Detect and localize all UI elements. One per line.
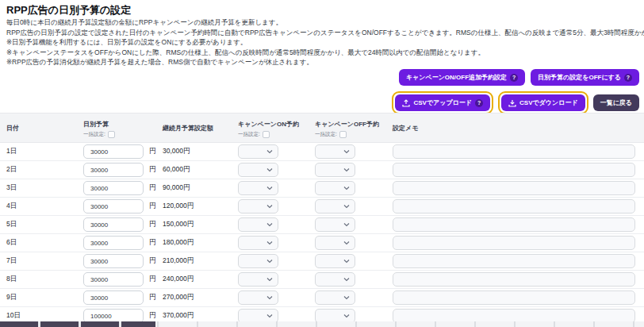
monthly-budget-amount: 180,000円 xyxy=(156,238,234,248)
csv-download-highlight: CSVでダウンロード xyxy=(498,91,588,114)
campaign-on-select[interactable] xyxy=(238,144,278,159)
campaign-off-select[interactable] xyxy=(315,144,355,159)
campaign-on-select[interactable] xyxy=(238,181,278,195)
memo-input[interactable] xyxy=(393,236,635,250)
header-campaign-on: キャンペーンON予約 一括設定: xyxy=(234,113,311,142)
memo-input[interactable] xyxy=(393,181,635,195)
campaign-on-select[interactable] xyxy=(238,254,278,268)
daily-budget-input[interactable] xyxy=(83,163,144,177)
table-row: 9日円270,000円 xyxy=(0,289,644,307)
chevron-down-icon xyxy=(266,294,273,302)
yen-suffix: 円 xyxy=(149,202,156,211)
date-label: 10日 xyxy=(0,311,79,321)
campaign-on-select[interactable] xyxy=(238,217,278,232)
campaign-off-select[interactable] xyxy=(315,272,355,287)
campaign-on-select[interactable] xyxy=(238,309,278,321)
monthly-budget-amount: 370,000円 xyxy=(156,311,234,321)
daily-budget-input[interactable] xyxy=(83,236,144,250)
csv-upload-button[interactable]: CSVでアップロード ? xyxy=(395,94,490,111)
date-label: 1日 xyxy=(0,147,79,156)
date-label: 2日 xyxy=(0,165,79,175)
memo-input[interactable] xyxy=(393,144,635,159)
campaign-off-select[interactable] xyxy=(315,236,355,250)
daily-budget-input[interactable] xyxy=(83,254,144,268)
date-label: 4日 xyxy=(0,202,79,211)
header-campaign-off: キャンペーンOFF予約 一括設定: xyxy=(311,113,387,142)
yen-suffix: 円 xyxy=(149,275,156,284)
chevron-down-icon xyxy=(266,221,273,229)
memo-input[interactable] xyxy=(393,309,635,321)
chevron-down-icon xyxy=(266,312,273,320)
csv-download-button[interactable]: CSVでダウンロード xyxy=(501,94,585,111)
chevron-down-icon xyxy=(266,184,273,192)
campaign-off-select[interactable] xyxy=(315,217,355,232)
monthly-budget-amount: 270,000円 xyxy=(156,293,234,302)
question-icon[interactable]: ? xyxy=(475,99,483,107)
campaign-off-select[interactable] xyxy=(315,254,355,268)
date-label: 6日 xyxy=(0,238,79,248)
back-to-list-button[interactable]: 一覧に戻る xyxy=(593,94,639,111)
table-row: 1日円30,000円 xyxy=(0,143,644,161)
bulk-set-on-checkbox[interactable] xyxy=(263,131,270,138)
daily-budget-input[interactable] xyxy=(83,272,144,287)
daily-budget-off-label: 日別予算の設定をOFFにする xyxy=(538,73,621,82)
chevron-down-icon xyxy=(266,202,273,210)
csv-upload-highlight: CSVでアップロード ? xyxy=(392,91,493,114)
monthly-budget-amount: 120,000円 xyxy=(156,202,234,211)
question-icon[interactable]: ? xyxy=(624,74,632,82)
campaign-on-select[interactable] xyxy=(238,236,278,250)
date-label: 3日 xyxy=(0,183,79,193)
campaign-on-select[interactable] xyxy=(238,290,278,305)
campaign-onoff-reserve-button[interactable]: キャンペーンON/OFF追加予約設定 ? xyxy=(399,69,525,86)
date-label: 5日 xyxy=(0,220,79,229)
monthly-budget-amount: 240,000円 xyxy=(156,275,234,284)
daily-budget-input[interactable] xyxy=(83,144,144,159)
campaign-off-select[interactable] xyxy=(315,199,355,214)
campaign-off-select[interactable] xyxy=(315,290,355,305)
yen-suffix: 円 xyxy=(149,311,156,321)
bulk-set-budget-checkbox[interactable] xyxy=(108,131,115,138)
memo-input[interactable] xyxy=(393,163,635,177)
memo-input[interactable] xyxy=(393,272,635,287)
upload-icon xyxy=(402,99,410,107)
horizontal-scrollbar[interactable] xyxy=(0,321,644,327)
chevron-down-icon xyxy=(343,166,350,174)
campaign-off-select[interactable] xyxy=(315,181,355,195)
page-title: RPP広告の日別予算の設定 xyxy=(6,3,131,17)
table-row: 2日円60,000円 xyxy=(0,161,644,179)
scrollbar-thumb[interactable] xyxy=(0,321,155,327)
daily-budget-input[interactable] xyxy=(83,309,144,321)
campaign-on-select[interactable] xyxy=(238,272,278,287)
campaign-on-select[interactable] xyxy=(238,163,278,177)
table-row: 5日円150,000円 xyxy=(0,216,644,234)
memo-input[interactable] xyxy=(393,199,635,214)
yen-suffix: 円 xyxy=(149,256,156,266)
campaign-on-select[interactable] xyxy=(238,199,278,214)
header-daily-budget: 日別予算 一括設定: xyxy=(79,113,156,142)
campaign-off-select[interactable] xyxy=(315,309,355,321)
bulk-set-off-checkbox[interactable] xyxy=(339,131,347,138)
chevron-down-icon xyxy=(266,148,273,156)
table-row: 7日円210,000円 xyxy=(0,252,644,271)
chevron-down-icon xyxy=(343,275,350,283)
daily-budget-input[interactable] xyxy=(83,181,144,195)
yen-suffix: 円 xyxy=(149,293,156,302)
daily-budget-off-button[interactable]: 日別予算の設定をOFFにする ? xyxy=(531,69,639,86)
date-label: 9日 xyxy=(0,293,79,302)
chevron-down-icon xyxy=(266,257,273,265)
memo-input[interactable] xyxy=(393,217,635,232)
table-row: 6日円180,000円 xyxy=(0,234,644,252)
header-date: 日付 xyxy=(0,113,79,142)
daily-budget-input[interactable] xyxy=(83,199,144,214)
date-label: 8日 xyxy=(0,275,79,284)
daily-budget-input[interactable] xyxy=(83,290,144,305)
memo-input[interactable] xyxy=(393,290,635,305)
memo-input[interactable] xyxy=(393,254,635,268)
daily-budget-input[interactable] xyxy=(83,217,144,232)
question-icon[interactable]: ? xyxy=(510,74,518,82)
yen-suffix: 円 xyxy=(149,238,156,248)
bulk-set-label: 一括設定: xyxy=(315,131,337,138)
chevron-down-icon xyxy=(343,221,350,229)
campaign-off-select[interactable] xyxy=(315,163,355,177)
yen-suffix: 円 xyxy=(149,147,156,156)
